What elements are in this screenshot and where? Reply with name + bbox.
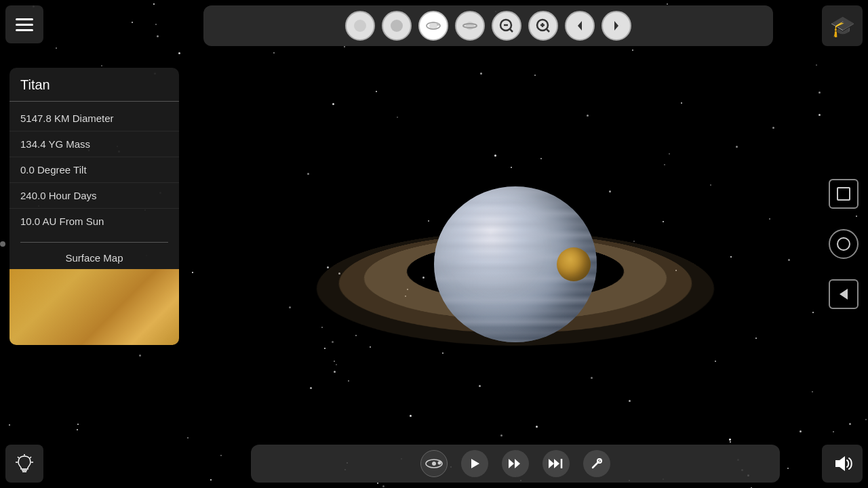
play-button[interactable]: [461, 450, 488, 477]
surface-map-image[interactable]: [9, 269, 179, 345]
titan-moon: [557, 247, 591, 281]
zoom-out-button[interactable]: [492, 11, 521, 41]
left-edge-indicator: [0, 241, 5, 247]
hamburger-line: [16, 24, 33, 26]
svg-marker-14: [578, 21, 582, 30]
volume-button[interactable]: [822, 445, 863, 483]
stat-mass: 134.4 YG Mass: [9, 131, 179, 157]
svg-marker-18: [840, 289, 848, 300]
education-button[interactable]: 🎓: [822, 5, 863, 46]
stat-distance-sun: 10.0 AU From Sun: [9, 209, 179, 234]
forward-button[interactable]: [601, 11, 631, 41]
stats-list: 5147.8 KM Diameter 134.4 YG Mass 0.0 Deg…: [9, 102, 179, 238]
back-button[interactable]: [565, 11, 595, 41]
svg-marker-22: [471, 459, 479, 468]
stat-tilt: 0.0 Degree Tilt: [9, 157, 179, 183]
planet-earth-button[interactable]: [418, 11, 448, 41]
square-view-button[interactable]: [829, 179, 859, 209]
settings-wrench-button[interactable]: [583, 450, 610, 477]
svg-point-21: [438, 462, 441, 465]
svg-marker-24: [515, 459, 520, 468]
svg-rect-16: [837, 188, 850, 200]
planet-venus-button[interactable]: [382, 11, 412, 41]
planet-mercury-button[interactable]: [345, 11, 375, 41]
svg-line-11: [547, 29, 549, 32]
svg-point-5: [466, 22, 474, 30]
lightbulb-button[interactable]: [5, 445, 43, 483]
svg-marker-38: [835, 456, 845, 471]
orbit-button[interactable]: [420, 450, 448, 477]
svg-marker-25: [549, 459, 554, 468]
saturn-system: [353, 122, 678, 407]
stat-diameter: 5147.8 KM Diameter: [9, 106, 179, 131]
graduation-cap-icon: 🎓: [830, 14, 855, 38]
svg-line-8: [510, 29, 513, 32]
planet-saturn-button[interactable]: [455, 11, 485, 41]
svg-line-28: [593, 462, 598, 468]
divider: [20, 242, 168, 243]
zoom-in-button[interactable]: [528, 11, 558, 41]
svg-marker-23: [509, 459, 514, 468]
fast-forward-button[interactable]: [502, 450, 529, 477]
skip-button[interactable]: [542, 450, 570, 477]
hamburger-line: [16, 18, 33, 20]
circle-view-button[interactable]: [829, 229, 859, 259]
stat-day-length: 240.0 Hour Days: [9, 183, 179, 209]
info-panel: Titan 5147.8 KM Diameter 134.4 YG Mass 0…: [9, 68, 179, 345]
right-controls: [829, 179, 859, 309]
bottom-toolbar: [251, 445, 780, 483]
svg-line-30: [598, 460, 601, 462]
svg-line-35: [30, 457, 31, 458]
top-toolbar: [203, 5, 773, 46]
hamburger-menu-button[interactable]: [5, 5, 43, 43]
svg-line-34: [18, 457, 19, 458]
svg-point-17: [837, 238, 850, 250]
svg-point-1: [391, 20, 403, 32]
svg-point-0: [354, 20, 366, 32]
svg-marker-15: [614, 21, 618, 30]
hamburger-line: [16, 29, 33, 31]
back-triangle-button[interactable]: [829, 279, 859, 309]
surface-map-label: Surface Map: [9, 247, 179, 269]
body-name-title: Titan: [9, 68, 179, 102]
svg-point-4: [437, 23, 439, 26]
svg-marker-26: [554, 459, 559, 468]
svg-point-20: [432, 462, 436, 466]
